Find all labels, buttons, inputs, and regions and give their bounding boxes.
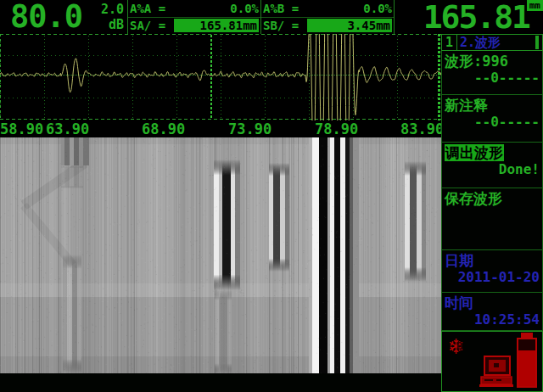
battery-empty-segment (518, 339, 535, 350)
gain-step-value: 2.0 (101, 2, 124, 17)
main-measurement-unit-badge: mm (527, 0, 543, 11)
menu-item-status: Done! (445, 161, 540, 177)
menu-item-save-waveform[interactable]: 保存波形 (441, 188, 543, 250)
time-label: 时间 (445, 294, 540, 311)
gate-a-readout: A%A = 0.0% SA/ = 165.81mm (128, 0, 261, 34)
a-scan-waveform-canvas (0, 34, 441, 120)
gate-a-path-value: 165.81mm (174, 19, 259, 32)
gate-b-path-label: SB/ = (263, 19, 299, 32)
gate-b-path-row: SB/ = 3.45mm (261, 18, 394, 35)
gate-a-amplitude-label: A%A = (130, 2, 165, 15)
menu-item-value: --0----- (445, 114, 540, 130)
a-scan-display (0, 34, 441, 120)
date-section: 日期 2011-01-20 (441, 250, 543, 293)
axis-tick-label: 63.90 (46, 120, 89, 137)
axis-tick-label: 73.90 (228, 120, 272, 137)
menu-item-label: 波形:996 (445, 53, 540, 70)
date-label: 日期 (445, 252, 540, 269)
menu-tab-row[interactable]: 1 2.波形 (441, 34, 543, 51)
gain-step: 2.0dB (101, 2, 127, 32)
main-measurement-value: 165.81 (423, 1, 543, 33)
gain-value: 80.0 (0, 0, 82, 34)
gate-b-amplitude-label: A%B = (263, 2, 299, 15)
axis-tick-label: 83.90 (400, 120, 444, 137)
depth-axis: 58.90 63.90 68.90 73.90 78.90 83.90 (0, 120, 441, 137)
menu-item-value: --0----- (445, 70, 540, 86)
gate-a-path-label: SA/ = (130, 19, 165, 32)
menu-item-label-selected: 调出波形 (445, 144, 504, 161)
menu-item-recall-waveform[interactable]: 调出波形 Done! (441, 143, 543, 188)
main-measurement-readout: 165.81 mm (395, 0, 543, 34)
bottom-bar (0, 373, 441, 392)
gate-a-amplitude-value: 0.0% (230, 2, 259, 15)
axis-tick-label: 68.90 (142, 120, 185, 137)
header-bar: 80.0 2.0dB A%A = 0.0% SA/ = 165.81mm A%B… (0, 0, 543, 35)
gate-a-path-row: SA/ = 165.81mm (128, 18, 260, 35)
battery-body (517, 338, 537, 388)
gate-b-amplitude-row: A%B = 0.0% (261, 0, 394, 18)
time-section: 时间 10:25:54 (441, 293, 543, 331)
gate-b-amplitude-value: 0.0% (363, 2, 392, 15)
menu-tab-title[interactable]: 2.波形 (457, 35, 535, 50)
sidebar-menu: 1 2.波形 波形:996 --0----- 新注释 --0----- 调出波形… (441, 34, 543, 392)
menu-tab-end-marker (535, 36, 539, 49)
time-value: 10:25:54 (445, 311, 540, 328)
b-scan-display (0, 137, 441, 373)
menu-item-waveform-number[interactable]: 波形:996 --0----- (441, 51, 543, 95)
gain-unit: dB (109, 17, 124, 32)
gain-block: 80.0 2.0dB (0, 0, 128, 34)
menu-item-label: 保存波形 (445, 190, 540, 207)
menu-item-label: 新注释 (445, 97, 540, 114)
axis-tick-label: 78.90 (315, 120, 358, 137)
menu-tab-number[interactable]: 1 (442, 35, 457, 50)
menu-item-new-note[interactable]: 新注释 --0----- (441, 95, 543, 143)
axis-tick-label: 58.90 (0, 120, 43, 137)
gate-b-path-value: 3.45mm (307, 19, 392, 32)
gate-b-readout: A%B = 0.0% SB/ = 3.45mm (261, 0, 395, 34)
printer-icon (478, 356, 518, 388)
freeze-icon: ❄ B (449, 333, 474, 359)
instrument-screen: 80.0 2.0dB A%A = 0.0% SA/ = 165.81mm A%B… (0, 0, 543, 392)
date-value: 2011-01-20 (445, 269, 540, 285)
freeze-letter: B (456, 340, 462, 352)
gate-a-amplitude-row: A%A = 0.0% (128, 0, 260, 18)
status-icon-panel: ❄ B (441, 331, 543, 392)
battery-icon (515, 333, 539, 389)
